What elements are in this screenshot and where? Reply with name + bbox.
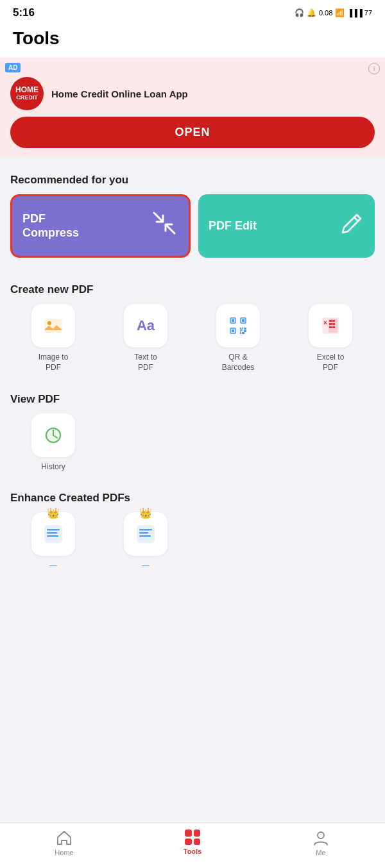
compress-icon (150, 209, 178, 243)
bottom-nav: Home Tools Me (0, 822, 385, 868)
recommended-title: Recommended for you (10, 174, 375, 187)
status-bar: 5:16 🎧 🔔 0.08 📶 ▐▐▐ 77 (0, 0, 385, 23)
svg-rect-25 (332, 323, 335, 325)
home-icon (56, 830, 73, 846)
enhance-item-2[interactable]: 👑 — (103, 512, 189, 570)
svg-text:×: × (323, 319, 327, 326)
svg-rect-32 (47, 532, 57, 534)
svg-rect-15 (240, 330, 243, 331)
svg-rect-26 (329, 326, 332, 328)
svg-rect-30 (44, 525, 62, 543)
history-icon-box (31, 413, 75, 457)
recommended-row: PDF Compress PDF Edit (10, 194, 375, 268)
svg-rect-8 (242, 319, 244, 322)
qr-icon-box (216, 304, 260, 347)
svg-rect-14 (244, 328, 246, 329)
svg-rect-31 (47, 529, 60, 531)
signal-icon: 0.08 (319, 9, 332, 17)
crown-badge-2: 👑 (139, 507, 152, 519)
edit-icon (339, 211, 364, 241)
ad-info-icon: i (368, 63, 380, 74)
nav-home-label: Home (55, 849, 73, 856)
svg-rect-1 (44, 319, 62, 333)
svg-rect-11 (232, 330, 234, 332)
ad-logo-top: HOME (15, 86, 38, 94)
text-to-pdf-item[interactable]: Aa Text toPDF (103, 304, 189, 372)
battery-icon: ▐▐▐ 77 (347, 9, 372, 17)
tools-icon (185, 830, 200, 845)
wifi-icon: 📶 (335, 8, 345, 17)
pdf-compress-label: PDF Compress (22, 212, 79, 240)
svg-point-2 (47, 321, 51, 325)
enhance-label-2: — (142, 561, 150, 570)
ad-logo: HOME CREDIT (10, 77, 44, 110)
svg-rect-34 (137, 525, 155, 543)
svg-rect-13 (242, 328, 243, 329)
excel-to-pdf-label: Excel toPDF (317, 353, 345, 372)
svg-rect-16 (244, 330, 246, 332)
svg-rect-12 (240, 328, 241, 329)
page-header: Tools (0, 23, 385, 58)
enhance-pdf-section: Enhance Created PDFs 👑 — 👑 (0, 481, 385, 575)
view-pdf-section: View PDF History (0, 383, 385, 481)
qr-barcodes-label: QR &Barcodes (222, 353, 255, 372)
bell-icon: 🔔 (307, 8, 316, 17)
history-label: History (41, 462, 65, 471)
svg-rect-17 (240, 331, 241, 334)
crown-badge-1: 👑 (47, 507, 60, 519)
recommended-section: Recommended for you PDF Compress PDF Edi… (0, 163, 385, 273)
me-icon (312, 830, 329, 846)
ad-banner: AD i HOME CREDIT Home Credit Online Loan… (0, 58, 385, 156)
svg-rect-23 (332, 320, 335, 322)
enhance-icon-box-2: 👑 (124, 512, 167, 556)
excel-icon-box: × (309, 304, 352, 347)
enhance-pdf-title: Enhance Created PDFs (10, 492, 375, 505)
image-to-pdf-label: Image toPDF (38, 353, 69, 372)
svg-point-38 (318, 832, 324, 839)
svg-rect-24 (329, 323, 332, 325)
text-icon: Aa (137, 317, 155, 334)
enhance-row: 👑 — 👑 (10, 512, 375, 570)
svg-rect-36 (139, 532, 148, 534)
nav-tools[interactable]: Tools (128, 830, 257, 856)
enhance-label-1: — (49, 561, 57, 570)
status-time: 5:16 (13, 6, 35, 19)
qr-barcodes-item[interactable]: QR &Barcodes (195, 304, 281, 372)
history-item[interactable]: History (10, 413, 96, 471)
enhance-item-1[interactable]: 👑 — (10, 512, 96, 570)
svg-rect-37 (139, 535, 151, 537)
ad-app-name: Home Credit Online Loan App (51, 88, 188, 99)
create-pdf-title: Create new PDF (10, 283, 375, 296)
excel-to-pdf-item[interactable]: × Excel toPDF (287, 304, 373, 372)
ad-logo-bottom: CREDIT (16, 95, 38, 101)
image-to-pdf-icon-box (31, 304, 75, 347)
svg-rect-22 (329, 320, 332, 322)
ad-content: HOME CREDIT Home Credit Online Loan App (10, 65, 375, 110)
ad-open-button[interactable]: OPEN (10, 117, 375, 148)
text-to-pdf-label: Text toPDF (134, 353, 157, 372)
headphone-icon: 🎧 (295, 8, 304, 17)
nav-me-label: Me (316, 849, 325, 856)
pdf-edit-card[interactable]: PDF Edit (198, 194, 375, 258)
create-pdf-tools: Image toPDF Aa Text toPDF (10, 304, 375, 378)
status-icons: 🎧 🔔 0.08 📶 ▐▐▐ 77 (295, 8, 372, 17)
svg-rect-27 (332, 326, 335, 328)
create-pdf-section: Create new PDF Image toPDF Aa (0, 273, 385, 383)
svg-rect-5 (232, 319, 234, 322)
nav-me[interactable]: Me (257, 830, 385, 856)
text-to-pdf-icon-box: Aa (124, 304, 167, 347)
svg-rect-18 (242, 332, 244, 334)
svg-rect-35 (139, 529, 152, 531)
pdf-edit-label: PDF Edit (209, 219, 257, 233)
view-pdf-row: History (10, 413, 375, 476)
svg-rect-33 (47, 535, 58, 537)
page-title: Tools (13, 28, 60, 48)
pdf-compress-card[interactable]: PDF Compress (10, 194, 191, 258)
nav-tools-label: Tools (184, 847, 202, 855)
image-to-pdf-item[interactable]: Image toPDF (10, 304, 96, 372)
enhance-icon-box-1: 👑 (31, 512, 75, 556)
view-pdf-title: View PDF (10, 393, 375, 406)
nav-home[interactable]: Home (0, 830, 128, 856)
ad-label: AD (5, 63, 21, 72)
